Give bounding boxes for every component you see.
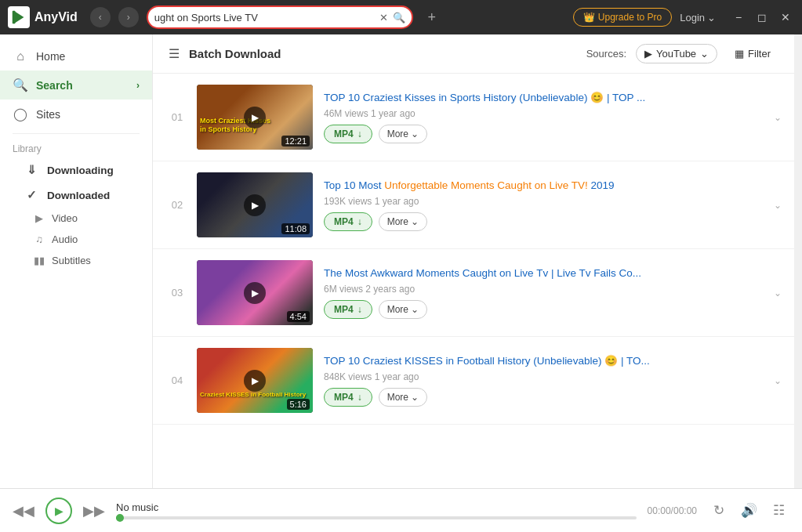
player-track-area: No music: [116, 501, 637, 519]
youtube-icon: ▶: [644, 48, 652, 60]
search-icon: 🔍: [393, 12, 405, 24]
home-icon: ⌂: [13, 49, 28, 63]
batch-download-title: Batch Download: [189, 47, 281, 60]
main-layout: ⌂ Home 🔍 Search › ◯ Sites Library ⇓ Down…: [0, 34, 802, 488]
minimize-button[interactable]: −: [730, 9, 747, 26]
chevron-down-1: ⌄: [411, 128, 419, 139]
result-info-3: The Most Awkward Moments Caught on Live …: [324, 266, 778, 320]
chevron-down-4: ⌄: [411, 392, 419, 403]
mp4-button-1[interactable]: MP4 ↓: [324, 125, 372, 143]
result-title-3[interactable]: The Most Awkward Moments Caught on Live …: [324, 266, 778, 280]
repeat-button[interactable]: ↻: [708, 500, 730, 522]
sidebar-divider: [13, 133, 140, 134]
result-info-1: TOP 10 Craziest Kisses in Sports History…: [324, 91, 778, 144]
play-overlay-3[interactable]: ▶: [244, 282, 266, 304]
mp4-label-3: MP4: [334, 304, 354, 315]
subtitles-icon: ▮▮: [33, 255, 45, 266]
back-button[interactable]: ‹: [90, 7, 111, 27]
search-input[interactable]: [154, 12, 375, 24]
sidebar-item-downloading[interactable]: ⇓ Downloading: [0, 157, 152, 183]
mp4-button-4[interactable]: MP4 ↓: [324, 388, 372, 407]
sidebar-item-audio[interactable]: ♫ Audio: [0, 229, 152, 250]
download-icon: ⇓: [24, 163, 39, 177]
close-button[interactable]: ✕: [777, 9, 794, 26]
result-title-2[interactable]: Top 10 Most Unforgettable Moments Caught…: [324, 179, 778, 193]
more-label-2: More: [387, 216, 408, 227]
next-button[interactable]: ▶▶: [83, 500, 105, 522]
result-title-1[interactable]: TOP 10 Craziest Kisses in Sports History…: [324, 91, 778, 105]
logo-area: AnyVid: [8, 6, 78, 28]
result-actions-3: MP4 ↓ More ⌄: [324, 300, 778, 319]
result-meta-4: 848K views 1 year ago: [324, 371, 778, 382]
mp4-button-2[interactable]: MP4 ↓: [324, 212, 372, 231]
track-name: No music: [116, 501, 637, 513]
thumbnail-bg-4: Craziest KISSES in Football History ▶ 5:…: [197, 348, 313, 413]
filter-button[interactable]: ▦ Filter: [727, 45, 778, 63]
player-right-controls: ↻ 🔊 ☷: [708, 500, 789, 522]
play-overlay-2[interactable]: ▶: [244, 194, 266, 216]
sidebar-item-home[interactable]: ⌂ Home: [0, 42, 152, 71]
sidebar-item-subtitles[interactable]: ▮▮ Subtitles: [0, 250, 152, 271]
result-info-2: Top 10 Most Unforgettable Moments Caught…: [324, 179, 778, 232]
play-button[interactable]: ▶: [45, 498, 72, 524]
svg-marker-0: [14, 11, 24, 24]
window-controls: − ◻ ✕: [730, 9, 794, 26]
duration-3: 4:54: [287, 311, 310, 322]
result-title-4[interactable]: TOP 10 Craziest KISSES in Football Histo…: [324, 354, 778, 368]
globe-icon: ◯: [13, 107, 28, 121]
thumbnail-2[interactable]: ▶ 11:08: [197, 172, 313, 237]
sources-dropdown[interactable]: ▶ YouTube ⌄: [636, 44, 717, 63]
sidebar-item-video[interactable]: ▶ Video: [0, 208, 152, 229]
item-dropdown-icon-4[interactable]: ⌄: [774, 375, 782, 386]
item-dropdown-icon-3[interactable]: ⌄: [774, 288, 782, 299]
chevron-down-icon: ⌄: [700, 48, 709, 60]
volume-button[interactable]: 🔊: [738, 500, 760, 522]
result-item-4: 04 Craziest KISSES in Football History ▶…: [153, 337, 794, 425]
mp4-label-4: MP4: [334, 392, 354, 403]
maximize-button[interactable]: ◻: [753, 9, 771, 26]
player-bar: ◀◀ ▶ ▶▶ No music 00:00/00:00 ↻ 🔊 ☷: [0, 488, 802, 532]
more-button-1[interactable]: More ⌄: [379, 125, 427, 143]
result-meta-2: 193K views 1 year ago: [324, 196, 778, 207]
download-arrow-4: ↓: [357, 392, 362, 403]
sidebar-item-downloaded[interactable]: ✓ Downloaded: [0, 183, 152, 208]
more-label-1: More: [387, 128, 408, 139]
sidebar-item-sites[interactable]: ◯ Sites: [0, 100, 152, 128]
clear-search-button[interactable]: ✕: [378, 12, 390, 24]
crown-icon: 👑: [583, 12, 595, 23]
thumbnail-4[interactable]: Craziest KISSES in Football History ▶ 5:…: [197, 348, 313, 413]
thumb-label-4: Craziest KISSES in Football History: [200, 391, 306, 399]
progress-bar[interactable]: [116, 516, 637, 519]
item-dropdown-icon-1[interactable]: ⌄: [774, 112, 782, 123]
previous-button[interactable]: ◀◀: [13, 500, 34, 522]
play-overlay-1[interactable]: ▶: [244, 107, 266, 128]
login-label: Login: [680, 12, 705, 24]
thumbnail-bg-2: ▶ 11:08: [197, 172, 313, 237]
progress-dot: [116, 514, 124, 522]
filter-label: Filter: [748, 48, 771, 60]
upgrade-button[interactable]: 👑 Upgrade to Pro: [573, 8, 672, 27]
sidebar-item-search[interactable]: 🔍 Search ›: [0, 71, 152, 100]
thumbnail-3[interactable]: ▶ 4:54: [197, 260, 313, 325]
search-label: Search: [36, 79, 73, 92]
mp4-button-3[interactable]: MP4 ↓: [324, 300, 372, 319]
batch-download-icon: ☰: [169, 46, 180, 61]
audio-label: Audio: [52, 233, 78, 245]
mp4-label-1: MP4: [334, 128, 354, 139]
thumbnail-1[interactable]: Most Craziest Kissesin Sports History ▶ …: [197, 85, 313, 150]
app-title: AnyVid: [34, 10, 78, 24]
add-tab-button[interactable]: +: [421, 6, 443, 28]
mp4-label-2: MP4: [334, 216, 354, 227]
login-button[interactable]: Login ⌄: [680, 12, 716, 24]
more-button-3[interactable]: More ⌄: [379, 300, 427, 319]
playlist-button[interactable]: ☷: [768, 500, 789, 522]
result-number-4: 04: [169, 375, 186, 386]
forward-button[interactable]: ›: [118, 7, 139, 27]
item-dropdown-icon-2[interactable]: ⌄: [774, 200, 782, 211]
result-actions-2: MP4 ↓ More ⌄: [324, 212, 778, 231]
play-overlay-4[interactable]: ▶: [244, 370, 266, 392]
sites-label: Sites: [36, 108, 60, 121]
scrollbar-track[interactable]: [794, 34, 802, 488]
more-button-4[interactable]: More ⌄: [379, 388, 427, 407]
more-button-2[interactable]: More ⌄: [379, 212, 427, 231]
